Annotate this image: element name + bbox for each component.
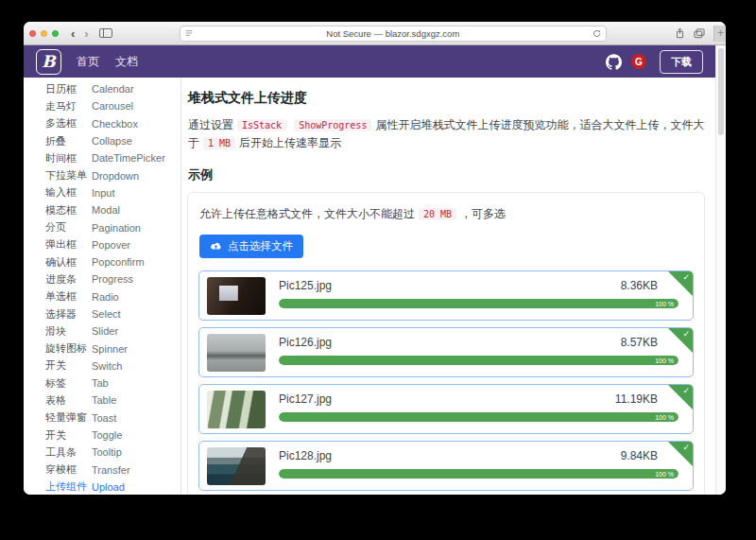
upload-hint: 允许上传任意格式文件，文件大小不能超过20 MB，可多选 [199,206,694,222]
nav-docs-link[interactable]: 文档 [115,54,138,70]
page-scrollbar[interactable] [715,45,726,495]
example-panel: 允许上传任意格式文件，文件大小不能超过20 MB，可多选 点击选择文件 [187,192,705,495]
page-title: 堆栈式文件上传进度 [188,90,705,107]
file-size: 9.84KB [621,449,658,462]
sidebar-item-transfer[interactable]: 穿梭框Transfer [45,462,180,479]
progress-fill: 100 % [279,412,679,422]
file-card: Pic125.jpg 8.36KB 100 % ✓ [198,270,694,321]
file-size: 8.36KB [621,279,658,292]
url-bar-wrap: Not Secure — blazor.sdgxgz.com [112,26,675,42]
app-navbar: B 首页 文档 G 下载 [24,45,715,78]
select-file-button[interactable]: 点击选择文件 [199,235,303,258]
sidebar-item-slider[interactable]: 滑块Slider [45,322,180,340]
progress-fill: 100 % [279,299,679,308]
sidebar-item-upload[interactable]: 上传组件Upload [45,479,180,495]
file-thumbnail [207,334,266,372]
sidebar-item-collapse[interactable]: 折叠Collapse [45,132,180,149]
minimize-window-button[interactable] [41,30,47,37]
sidebar-item-toast[interactable]: 轻量弹窗Toast [45,409,180,427]
file-card: Pic127.jpg 11.19KB 100 % ✓ [198,384,694,434]
sidebar-item-radio[interactable]: 单选框Radio [45,288,180,305]
sidebar-item-progress[interactable]: 进度条Progress [45,270,180,287]
code-badge-20mb: 20 MB [419,208,456,220]
component-sidebar: 日历框Calendar 走马灯Carousel 多选框Checkbox 折叠Co… [24,78,181,495]
sidebar-item-popover[interactable]: 弹出框Popover [45,236,180,253]
safari-toolbar: ‹ › Not Secure — blazor.sdgxgz.com + [24,22,726,45]
file-name: Pic128.jpg [279,449,332,462]
sidebar-item-popconfirm[interactable]: 确认框Popconfirm [45,253,180,270]
progress-bar: 100 % [279,299,679,308]
download-button[interactable]: 下载 [660,50,703,74]
sidebar-item-input[interactable]: 输入框Input [45,184,180,201]
nav-home-link[interactable]: 首页 [77,54,99,70]
file-name: Pic126.jpg [279,336,332,349]
file-thumbnail [207,447,266,485]
file-name: Pic127.jpg [279,392,332,406]
reload-icon[interactable] [593,29,601,38]
sidebar-item-spinner[interactable]: 旋转图标Spinner [45,340,180,357]
new-tab-button[interactable]: + [713,26,726,42]
progress-bar: 100 % [279,356,679,365]
check-icon: ✓ [682,443,690,452]
sidebar-item-switch[interactable]: 开关Switch [45,357,180,375]
github-icon[interactable] [606,54,622,70]
browser-viewport: B 首页 文档 G 下载 日历框Calendar 走马灯Carousel 多选框… [24,45,726,495]
file-size: 8.57KB [621,336,658,349]
close-window-button[interactable] [29,30,36,37]
file-thumbnail [207,391,266,428]
sidebar-item-modal[interactable]: 模态框Modal [45,201,180,218]
sidebar-item-select[interactable]: 选择器Select [45,305,180,322]
sidebar-item-tooltip[interactable]: 工具条Tooltip [45,444,180,461]
forward-button[interactable]: › [79,27,93,40]
check-icon: ✓ [682,272,690,282]
browser-window: ‹ › Not Secure — blazor.sdgxgz.com + [24,22,726,495]
example-section-title: 示例 [188,166,705,183]
sidebar-item-checkbox[interactable]: 多选框Checkbox [45,115,180,132]
check-icon: ✓ [682,329,690,339]
share-icon[interactable] [675,27,685,39]
progress-fill: 100 % [279,469,679,479]
sidebar-item-toggle[interactable]: 开关Toggle [45,427,180,444]
main-content: 堆栈式文件上传进度 通过设置IsStackShowProgress属性开启堆栈式… [181,78,715,495]
zoom-window-button[interactable] [52,30,59,37]
brand-logo[interactable]: B [36,49,61,75]
sidebar-item-pagination[interactable]: 分页Pagination [45,218,180,235]
check-icon: ✓ [682,386,690,395]
sidebar-item-calendar[interactable]: 日历框Calendar [45,80,180,97]
code-badge-1mb: 1 MB [203,137,235,149]
intro-paragraph: 通过设置IsStackShowProgress属性开启堆栈式文件上传进度预览功能… [188,116,705,152]
back-button[interactable]: ‹ [66,27,79,40]
sidebar-item-dropdown[interactable]: 下拉菜单Dropdown [45,166,180,183]
file-card: Pic128.jpg 9.84KB 100 % ✓ [198,441,694,491]
scrollbar-thumb[interactable] [718,48,724,135]
address-bar[interactable]: Not Secure — blazor.sdgxgz.com [180,26,607,42]
file-list: Pic125.jpg 8.36KB 100 % ✓ [198,270,694,491]
file-name: Pic125.jpg [279,279,332,292]
traffic-lights [29,30,59,37]
sidebar-item-carousel[interactable]: 走马灯Carousel [45,97,180,114]
file-size: 11.19KB [615,392,658,406]
url-text: Not Secure — blazor.sdgxgz.com [326,28,459,39]
sidebar-item-tab[interactable]: 标签Tab [45,375,180,392]
sidebar-toggle-button[interactable] [99,28,112,38]
toolbar-right-buttons: + [675,26,720,42]
cloud-upload-icon [210,241,222,252]
reader-icon[interactable] [185,29,193,37]
sidebar-item-datetimepicker[interactable]: 时间框DateTimePicker [45,149,180,166]
file-card: Pic126.jpg 8.57KB 100 % ✓ [198,327,694,377]
progress-fill: 100 % [279,356,679,365]
progress-bar: 100 % [279,469,679,479]
file-thumbnail [207,277,266,315]
code-badge-showprogress: ShowProgress [294,119,371,131]
progress-bar: 100 % [279,412,679,422]
gitee-icon[interactable]: G [631,54,646,69]
sidebar-item-table[interactable]: 表格Table [45,392,180,409]
tabs-overview-icon[interactable] [694,28,705,39]
code-badge-isstack: IsStack [237,119,286,131]
